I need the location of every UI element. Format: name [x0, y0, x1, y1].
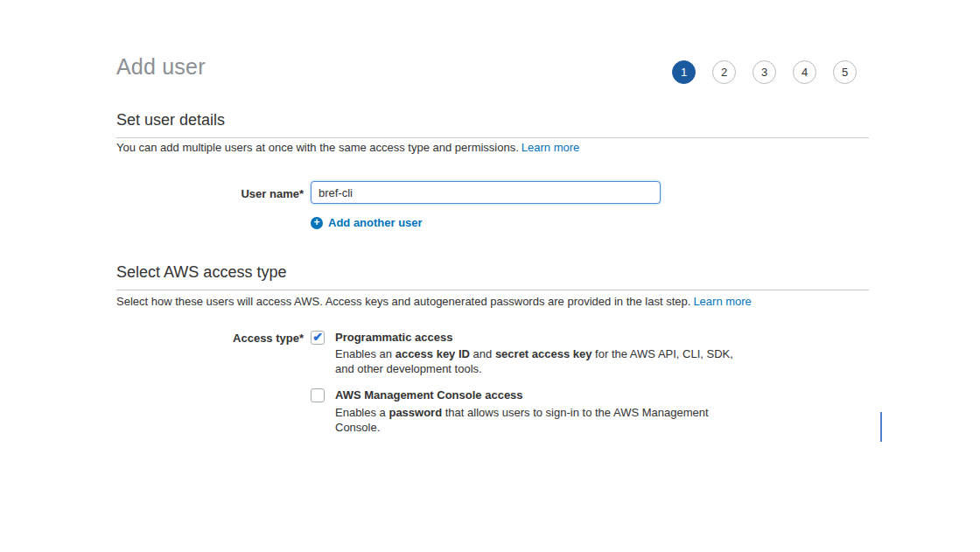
console-access-description: Enables a password that allows users to …: [335, 405, 753, 435]
desc-bold: access key ID: [396, 347, 470, 360]
desc-bold: secret access key: [495, 347, 592, 360]
select-access-type-heading: Select AWS access type: [116, 263, 869, 290]
desc-bold: password: [388, 406, 442, 419]
wizard-step-4: 4: [793, 60, 816, 84]
wizard-step-2: 2: [712, 60, 736, 84]
username-label: User name*: [116, 187, 304, 200]
text-cursor-artifact: [880, 412, 882, 442]
desc-text: and: [470, 347, 495, 360]
set-user-details-description: You can add multiple users at once with …: [116, 141, 579, 154]
username-input[interactable]: [311, 181, 661, 204]
console-access-title: AWS Management Console access: [335, 388, 523, 402]
learn-more-link-access-type[interactable]: Learn more: [693, 295, 751, 308]
plus-circle-icon: +: [311, 217, 323, 229]
description-text: Select how these users will access AWS. …: [116, 295, 690, 308]
desc-text: Enables a: [335, 406, 388, 419]
description-text: You can add multiple users at once with …: [116, 141, 519, 154]
programmatic-access-checkbox[interactable]: ✔: [311, 331, 325, 345]
programmatic-access-description: Enables an access key ID and secret acce…: [335, 346, 753, 376]
add-user-wizard-page: Add user 1 2 3 4 5 Set user details You …: [0, 0, 980, 552]
add-another-user-label: Add another user: [328, 216, 423, 229]
wizard-step-indicator: 1 2 3 4 5: [672, 60, 857, 84]
console-access-checkbox[interactable]: [311, 388, 325, 402]
set-user-details-heading: Set user details: [116, 111, 869, 138]
desc-text: Enables an: [335, 347, 396, 360]
access-type-label: Access type*: [116, 332, 304, 345]
wizard-step-1: 1: [672, 60, 696, 84]
programmatic-access-title: Programmatic access: [335, 331, 452, 344]
select-access-type-description: Select how these users will access AWS. …: [116, 295, 752, 308]
checkmark-icon: ✔: [312, 330, 323, 344]
page-title: Add user: [116, 54, 206, 80]
wizard-step-3: 3: [752, 60, 776, 84]
add-another-user-button[interactable]: + Add another user: [311, 216, 423, 229]
wizard-step-5: 5: [833, 60, 857, 84]
learn-more-link-user-details[interactable]: Learn more: [522, 141, 579, 154]
